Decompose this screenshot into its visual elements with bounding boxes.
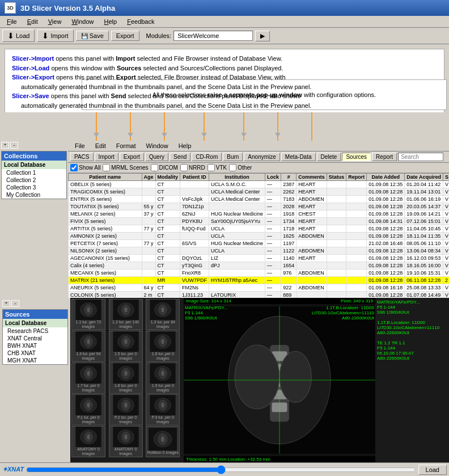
nrrd-checkbox[interactable]	[180, 164, 188, 171]
anonymize-button[interactable]: Anonymize	[244, 153, 279, 161]
thumbnail-item[interactable]: 1.2 tur..per 140 images	[109, 299, 143, 330]
table-row[interactable]: ANEURIX (5 series)64 yCTFM2Ns—922ABDOMEN…	[69, 284, 450, 291]
collection-item-2[interactable]: Collection 2	[2, 176, 66, 184]
pacs-button[interactable]: PACS	[70, 153, 94, 161]
source-item-research-pacs[interactable]: Research PACS	[3, 327, 67, 335]
collection-group-local[interactable]: Local Database	[2, 161, 66, 169]
send-button[interactable]: Send	[170, 153, 190, 161]
table-row[interactable]: MECANIX (5 series)CTFnoXR8—976ABDOMEN01.…	[69, 269, 450, 276]
inner-menu-format[interactable]: Format	[112, 141, 141, 150]
source-item-mgh-xnat[interactable]: MGH XNAT	[3, 357, 67, 364]
load-button[interactable]: ⬇ Load	[2, 30, 35, 42]
menu-view[interactable]: View	[44, 17, 66, 26]
inner-menu-edit[interactable]: Edit	[91, 141, 111, 150]
table-row[interactable]: OBELIX (5 series)CTUCLA S.M.O.C.—2387HEA…	[69, 180, 450, 188]
collapse-sources-button[interactable]: *	[2, 300, 10, 307]
table-row[interactable]: PETCETIX (7 series)77 yCT6S/VSHUG Nuclea…	[69, 239, 450, 247]
vtk-checkbox[interactable]	[207, 164, 215, 171]
source-item-chb-xnat[interactable]: CHB XNAT	[3, 349, 67, 357]
col-status[interactable]: Status	[327, 173, 346, 180]
modules-go-button[interactable]: ▶	[255, 31, 270, 41]
col-patient-id[interactable]: Patient ID	[180, 173, 209, 180]
menu-window[interactable]: Window	[67, 17, 98, 26]
expand-sources-button[interactable]: -	[11, 300, 19, 307]
menu-help[interactable]: Help	[100, 17, 122, 26]
collapse-collections-button[interactable]: *	[1, 142, 9, 149]
table-row[interactable]: MATRIX (21 series)MRVUW7PDFHYM1i5TRhp a5…	[69, 276, 450, 284]
table-row[interactable]: TRAGICOMIX (5 series)CTUCLA Medical Cent…	[69, 188, 450, 195]
show-all-label[interactable]: Show All	[70, 164, 100, 171]
source-item-bwh-xnat[interactable]: BWH XNAT	[3, 342, 67, 349]
table-row[interactable]: NILSONIX (2 series)CTUCLA—1122ABDOMEN01.…	[69, 247, 450, 254]
thumbnail-item[interactable]: Rollition 0 images	[146, 426, 180, 457]
thumbnail-item[interactable]: P.1 tur..per 0 images	[71, 394, 105, 426]
table-row[interactable]: AMNONIX (2 series)CTUCLA—1625ABDOMEN01.0…	[69, 232, 450, 239]
thumbnail-item[interactable]: 1.6 tur..per 0 images	[146, 331, 180, 362]
vtk-label[interactable]: VTK	[207, 164, 227, 171]
expand-collections-button[interactable]: -	[10, 142, 18, 149]
inner-menu-file[interactable]: File	[70, 141, 90, 150]
col-hash[interactable]: #	[281, 173, 296, 180]
source-item-xnat-central[interactable]: XNAT Central	[3, 335, 67, 342]
other-checkbox[interactable]	[229, 164, 236, 171]
load-final-button[interactable]: Load	[418, 465, 447, 475]
col-modality[interactable]: Modality	[155, 173, 180, 180]
thumbnail-item[interactable]: ANATOMY 0 images	[109, 426, 143, 457]
col-comments[interactable]: Comments	[296, 173, 327, 180]
inner-menu-window[interactable]: Window	[142, 141, 173, 150]
cdrom-button[interactable]: CD-Rom	[192, 153, 222, 161]
col-institution[interactable]: Institution	[209, 173, 265, 180]
table-row[interactable]: COLONIX (5 series)2 mCT1J311.23LATOURIX—…	[69, 291, 450, 298]
col-date-acquired[interactable]: Date Acquired	[405, 173, 443, 180]
thumbnail-item[interactable]: 1.1 tur..gen 72 images	[71, 299, 105, 330]
menu-feedback[interactable]: Feedback	[122, 17, 159, 26]
thumbnail-item[interactable]: 1.4 tur..per 94 images	[71, 331, 105, 362]
thumbnail-item[interactable]: 1.7 tur..per 0 images	[71, 363, 105, 394]
position-slider[interactable]	[26, 466, 416, 473]
query-button[interactable]: Query	[145, 153, 168, 161]
show-all-checkbox[interactable]	[70, 164, 78, 171]
col-age[interactable]: Age	[142, 173, 155, 180]
collection-item-1[interactable]: Collection 1	[2, 169, 66, 176]
table-row[interactable]: AGECANONIX (15 series)CTDQYOzLLIZ—1140HE…	[69, 254, 450, 262]
col-report[interactable]: Report	[346, 173, 367, 180]
main-image-area[interactable]: Image Size: 314 x 314 Pixel: 349 x 319	[184, 298, 375, 462]
metadata-button[interactable]: Meta-Data	[281, 153, 316, 161]
other-label[interactable]: Other	[229, 164, 252, 171]
menu-file[interactable]: File	[2, 17, 22, 26]
collection-item-my[interactable]: My Collection	[2, 191, 66, 199]
table-row[interactable]: ENTRIX (5 series)CTVsFcJipkUCLA Medical …	[69, 195, 450, 203]
export-inner-button[interactable]: Export	[120, 153, 144, 161]
mrml-checkbox[interactable]	[103, 164, 110, 171]
thumbnail-item[interactable]: 1.9 tur..per 0 images	[146, 363, 180, 394]
import-inner-button[interactable]: Import	[95, 153, 118, 161]
inner-menu-help[interactable]: Help	[174, 141, 196, 150]
menu-edit[interactable]: Edit	[23, 17, 43, 26]
collection-item-3[interactable]: Collection 3	[2, 184, 66, 191]
save-button[interactable]: 💾 Save	[76, 31, 109, 41]
mrml-label[interactable]: MRML Scenes	[103, 164, 148, 171]
table-row[interactable]: MELANIX (2 series)37 yCT6ZNiJHUG Nuclear…	[69, 210, 450, 217]
report-button[interactable]: Report	[372, 153, 397, 161]
thumbnail-item[interactable]: 1.5 tur..per 0 images	[109, 331, 143, 362]
dicom-label[interactable]: DICOM	[151, 164, 178, 171]
thumbnail-item[interactable]: P.2 tur..per 0 images	[109, 394, 143, 426]
search-input[interactable]	[398, 153, 443, 161]
burn-button[interactable]: Burn	[223, 153, 243, 161]
thumbnail-item[interactable]: 1.8 tur..per 0 images	[109, 363, 143, 394]
sources-button[interactable]: Sources	[342, 153, 371, 161]
thumbnail-item[interactable]: ANATOMY 0 images	[71, 426, 105, 457]
import-button[interactable]: ⬇ Import	[37, 30, 73, 42]
modules-input[interactable]	[173, 31, 253, 41]
delete-button[interactable]: Delete	[317, 153, 341, 161]
main-image-canvas[interactable]: MATRIX/YAFe/PDY...F5 1-144S96 1/900/K0Ut…	[184, 304, 375, 456]
dicom-checkbox[interactable]	[151, 164, 158, 171]
thumbnail-item[interactable]: P.3 tur..per 0 images	[146, 394, 180, 426]
export-button[interactable]: Export	[111, 31, 139, 41]
table-row[interactable]: ARTITIX (5 series)77 yCTfUQQ-FudUCLA—171…	[69, 225, 450, 232]
col-patient-name[interactable]: Patient name	[69, 173, 142, 180]
thumbnail-item[interactable]: 1.3 tur..per 84 images	[146, 299, 180, 330]
table-row[interactable]: FIVIX (5 series)CTPDYK8USaY00OjUY05jsAYY…	[69, 217, 450, 225]
col-date-added[interactable]: Date Added	[367, 173, 405, 180]
col-s[interactable]: S	[443, 173, 449, 180]
